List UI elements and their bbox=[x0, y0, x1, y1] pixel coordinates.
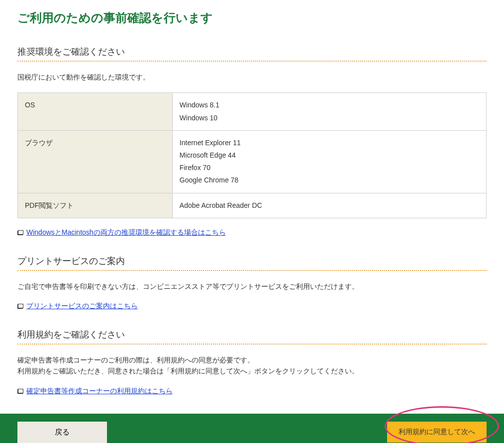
section-env-heading: 推奨環境をご確認ください bbox=[17, 46, 487, 62]
external-link-icon bbox=[17, 230, 23, 235]
external-link-icon bbox=[17, 389, 23, 394]
section-env: 推奨環境をご確認ください 国税庁において動作を確認した環境です。 OS Wind… bbox=[17, 46, 487, 237]
section-print: プリントサービスのご案内 ご自宅で申告書等を印刷できない方は、コンビニエンススト… bbox=[17, 255, 487, 311]
terms-link[interactable]: 確定申告書等作成コーナーの利用規約はこちら bbox=[26, 387, 173, 396]
section-print-heading: プリントサービスのご案内 bbox=[17, 255, 487, 271]
env-row-label: PDF閲覧ソフト bbox=[18, 193, 173, 218]
section-terms-heading: 利用規約をご確認ください bbox=[17, 329, 487, 345]
env-row-value: Adobe Acrobat Reader DC bbox=[172, 193, 486, 218]
section-env-desc: 国税庁において動作を確認した環境です。 bbox=[17, 72, 487, 83]
section-terms: 利用規約をご確認ください 確定申告書等作成コーナーのご利用の際は、利用規約への同… bbox=[17, 329, 487, 396]
env-row-value: Internet Explorer 11Microsoft Edge 44Fir… bbox=[172, 130, 486, 193]
env-row-value: Windows 8.1Windows 10 bbox=[172, 93, 486, 130]
page-title: ご利用のための事前確認を行います bbox=[17, 10, 487, 26]
env-row-label: ブラウザ bbox=[18, 130, 173, 193]
print-link[interactable]: プリントサービスのご案内はこちら bbox=[26, 302, 138, 311]
back-button[interactable]: 戻る bbox=[17, 422, 107, 443]
table-row: OS Windows 8.1Windows 10 bbox=[18, 93, 487, 130]
env-link[interactable]: WindowsとMacintoshの両方の推奨環境を確認する場合はこちら bbox=[26, 228, 226, 237]
table-row: PDF閲覧ソフト Adobe Acrobat Reader DC bbox=[18, 193, 487, 218]
section-print-desc: ご自宅で申告書等を印刷できない方は、コンビニエンスストア等でプリントサービスをご… bbox=[17, 281, 487, 292]
section-terms-desc: 確定申告書等作成コーナーのご利用の際は、利用規約への同意が必要です。利用規約をご… bbox=[17, 354, 487, 377]
external-link-icon bbox=[17, 304, 23, 309]
env-table: OS Windows 8.1Windows 10 ブラウザ Internet E… bbox=[17, 92, 487, 218]
agree-button[interactable]: 利用規約に同意して次へ bbox=[387, 422, 487, 443]
footer-bar: 戻る 利用規約に同意して次へ bbox=[0, 414, 504, 443]
env-row-label: OS bbox=[18, 93, 173, 130]
table-row: ブラウザ Internet Explorer 11Microsoft Edge … bbox=[18, 130, 487, 193]
